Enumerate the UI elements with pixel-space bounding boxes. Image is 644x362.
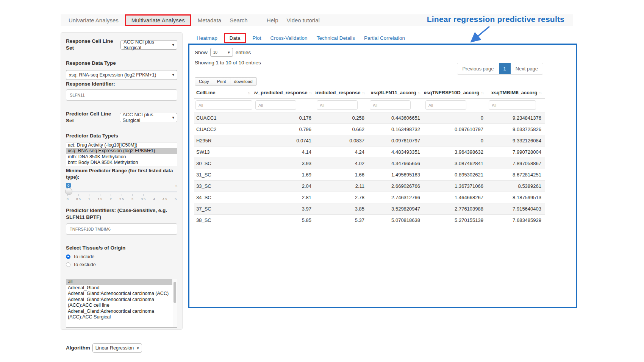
slider-track[interactable]: [66, 191, 177, 192]
current-page-button[interactable]: 1: [499, 63, 511, 74]
cell-line: CUACC1: [194, 112, 254, 124]
download-button[interactable]: download: [230, 77, 257, 86]
value-cell: 0.258: [315, 112, 368, 124]
nav-item-help[interactable]: Help: [263, 16, 283, 25]
filter-input-xsqtmbim6-accorg[interactable]: [489, 100, 536, 110]
value-cell: 3.529820947: [368, 203, 424, 215]
value-cell: 0.163498732: [368, 124, 424, 135]
value-cell: 1.69: [254, 169, 315, 181]
table-body: CUACC10.1760.2580.44360665109.234841376C…: [194, 112, 545, 226]
slider-tick-label: 0: [67, 194, 69, 201]
table-row: 33_SC2.042.112.6690267661.3673710668.538…: [194, 181, 545, 192]
showing-info: Showing 1 to 10 of 10 entries: [195, 60, 261, 66]
column-header-predicted-response[interactable]: predicted_response↑↓: [315, 87, 368, 98]
copy-button[interactable]: Copy: [195, 77, 213, 86]
algorithm-label: Algorithm: [66, 345, 90, 351]
nav-item-metadata[interactable]: Metadata: [194, 16, 226, 25]
cell-line: CUACC2: [194, 124, 254, 135]
filter-input-cv-predicted-response[interactable]: [255, 100, 296, 110]
sort-icon: ↑↓: [481, 90, 484, 95]
value-cell: 4.14: [254, 147, 315, 158]
response-cell-line-set-select[interactable]: ACC NCI plus Surgical ▾: [120, 40, 177, 50]
predictor-data-types-listbox: act: Drug Activity (-log10[IC50M])xsq: R…: [66, 142, 177, 166]
table-row: CUACC10.1760.2580.44360665109.234841376: [194, 112, 545, 124]
predictor-identifiers-input[interactable]: [66, 223, 177, 235]
value-cell: 8.672814251: [487, 169, 545, 181]
filter-cell-xsqtnfrsf10d-accorg: [424, 98, 487, 112]
tab-technical-details[interactable]: Technical Details: [312, 34, 360, 42]
chevron-down-icon: ▾: [228, 50, 230, 55]
algorithm-select[interactable]: Linear Regression ▾: [92, 343, 142, 353]
cell-line: 34_SC: [194, 192, 254, 203]
scrollbar-thumb[interactable]: [174, 282, 176, 303]
min-predictor-range-label: Minimum Predictor Range (for first liste…: [66, 167, 177, 181]
value-cell: 7.915640403: [487, 203, 545, 215]
show-entries-select[interactable]: 10 ▾: [210, 48, 233, 57]
nav-item-video-tutorial[interactable]: Video tutorial: [283, 16, 324, 25]
response-data-type-select[interactable]: xsq: RNA-seq Expression (log2 FPKM+1) ▾: [66, 70, 177, 80]
column-header-xsqslfn11-accorg[interactable]: xsqSLFN11_accorg↑↓: [368, 87, 424, 98]
table-row: SW134.144.244.4834933513.9643986327.9907…: [194, 147, 545, 158]
predictor-option-xsq[interactable]: xsq: RNA-seq Expression (log2 FPKM+1): [66, 148, 177, 154]
filter-cell-cellline: [194, 98, 254, 112]
filter-input-cellline[interactable]: [195, 100, 252, 110]
value-cell: 2.669026766: [368, 181, 424, 192]
tab-partial-correlation[interactable]: Partial Correlation: [360, 34, 410, 42]
column-label: xsqTNFRSF10D_accorg: [424, 90, 480, 95]
column-header-content: xsqTNFRSF10D_accorg↑↓: [426, 90, 483, 95]
value-cell: 5.270155139: [424, 215, 487, 226]
tissue-option-2[interactable]: Adrenal_Gland:Adrenocortical carcinoma (…: [66, 291, 172, 297]
predictor-option-mth[interactable]: mth: DNA 850K Methylation: [66, 154, 177, 160]
value-cell: 0: [424, 112, 487, 124]
response-cell-line-set-value: ACC NCI plus Surgical: [123, 39, 169, 50]
tissue-option-3[interactable]: Adrenal_Gland:Adrenocortical carcinoma (…: [66, 297, 172, 309]
tissue-option-0[interactable]: all: [66, 279, 172, 285]
tab-plot[interactable]: Plot: [248, 34, 266, 42]
cell-line: 37_SC: [194, 203, 254, 215]
slider-ticks: 00.511.522.533.544.55: [67, 194, 177, 201]
column-header-xsqtmbim6-accorg[interactable]: xsqTMBIM6_accorg↑↓: [487, 87, 545, 98]
value-cell: 3.97: [254, 203, 315, 215]
value-cell: 7.897058867: [487, 158, 545, 169]
value-cell: 2.81: [254, 192, 315, 203]
nav-item-univariate-analyses[interactable]: Univariate Analyses: [64, 16, 123, 25]
filter-input-xsqtnfrsf10d-accorg[interactable]: [425, 100, 466, 110]
tissue-include-radio[interactable]: To include: [66, 254, 177, 259]
tab-cross-validation[interactable]: Cross-Validation: [266, 34, 312, 42]
response-identifier-input[interactable]: [66, 89, 177, 101]
filter-input-xsqslfn11-accorg[interactable]: [370, 100, 411, 110]
column-label: cv_predicted_response: [254, 90, 308, 95]
nav-item-search[interactable]: Search: [225, 16, 252, 25]
tab-data[interactable]: Data: [224, 33, 246, 43]
column-header-cellline[interactable]: CellLine↑↓: [194, 87, 254, 98]
predictor-cell-line-set-select[interactable]: ACC NCI plus Surgical ▾: [120, 113, 177, 122]
previous-page-button[interactable]: Previous page: [457, 63, 499, 74]
slider-tick-label: 0.5: [76, 194, 81, 201]
column-header-content: xsqSLFN11_accorg↑↓: [370, 90, 420, 95]
value-cell: 3.964398632: [424, 147, 487, 158]
tab-heatmap[interactable]: Heatmap: [192, 34, 222, 42]
predictor-option-bmt[interactable]: bmt: Body DNA 850K Methylation: [66, 160, 177, 166]
print-button[interactable]: Print: [213, 77, 230, 86]
predictor-cell-line-set-label: Predictor Cell Line Set: [66, 111, 117, 124]
tissue-option-4[interactable]: Adrenal_Gland:Adrenocortical carcinoma (…: [66, 309, 172, 320]
table-row: 34_SC2.812.782.7463127661.4646682678.187…: [194, 192, 545, 203]
value-cell: 4.24: [315, 147, 368, 158]
column-header-cv-predicted-response[interactable]: cv_predicted_response↑↓: [254, 87, 315, 98]
column-header-xsqtnfrsf10d-accorg[interactable]: xsqTNFRSF10D_accorg↑↓: [424, 87, 487, 98]
value-cell: 5.85: [254, 215, 315, 226]
predictor-option-act[interactable]: act: Drug Activity (-log10[IC50M]): [66, 142, 177, 148]
value-cell: 8.5389261: [487, 181, 545, 192]
tissue-listbox-scrollbar: [173, 279, 177, 327]
chevron-down-icon: ▾: [172, 73, 174, 77]
column-label: predicted_response: [315, 90, 361, 95]
value-cell: 0.895302621: [424, 169, 487, 181]
nav-item-multivariate-analyses[interactable]: Multivariate Analyses: [125, 14, 191, 26]
next-page-button[interactable]: Next page: [511, 63, 543, 74]
value-cell: 2.746312766: [368, 192, 424, 203]
filter-input-predicted-response[interactable]: [317, 100, 358, 110]
tissue-option-1[interactable]: Adrenal_Gland: [66, 285, 172, 291]
value-cell: 2.04: [254, 181, 315, 192]
column-label: xsqSLFN11_accorg: [371, 90, 416, 95]
tissue-exclude-radio[interactable]: To exclude: [66, 262, 177, 267]
